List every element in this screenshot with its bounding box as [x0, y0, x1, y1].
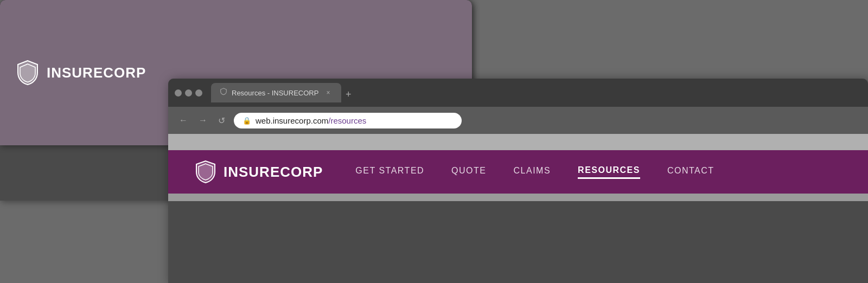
front-tab-close[interactable]: × — [326, 89, 330, 97]
front-address-box[interactable]: 🔒 web.insurecorp.com/resources — [234, 113, 462, 128]
front-nav-back-button[interactable]: ← — [177, 113, 190, 127]
spacer-bar — [168, 134, 868, 150]
back-shield-icon — [16, 60, 39, 86]
front-dot-yellow — [185, 89, 192, 97]
tab-shield-icon-front — [220, 88, 227, 98]
nav-item-get-started[interactable]: GET STARTED — [355, 166, 424, 178]
front-address-text: web.insurecorp.com/resources — [256, 116, 366, 125]
bottom-bar — [168, 194, 868, 201]
tab-bar-front: Resources - INSURECORP × + — [211, 83, 356, 102]
nav-brand-name: INSURECORP — [224, 164, 323, 181]
front-address-path: /resources — [328, 116, 366, 125]
back-insurecorp-logo: INSURECORP — [0, 60, 162, 86]
front-nav-forward-button[interactable]: → — [196, 113, 209, 127]
front-chrome-bar: Resources - INSURECORP × + — [168, 79, 868, 107]
front-new-tab-button[interactable]: + — [341, 87, 356, 102]
front-browser-window: Resources - INSURECORP × + ← → ↺ 🔒 web.i… — [168, 79, 868, 283]
traffic-lights-front — [175, 89, 202, 97]
front-tab-title: Resources - INSURECORP — [232, 89, 318, 97]
nav-logo: INSURECORP — [195, 160, 323, 184]
nav-item-claims[interactable]: CLAIMS — [514, 166, 551, 178]
nav-item-contact[interactable]: CONTACT — [667, 166, 714, 178]
tab-front[interactable]: Resources - INSURECORP × — [211, 83, 341, 102]
insurecorp-nav-bar: INSURECORP GET STARTED QUOTE CLAIMS RESO… — [168, 150, 868, 194]
nav-item-resources[interactable]: RESOURCES — [578, 165, 640, 179]
front-address-domain: web.insurecorp.com — [256, 116, 328, 125]
front-dot-red — [175, 89, 182, 97]
nav-shield-icon — [195, 160, 216, 184]
back-brand-name: INSURECORP — [47, 65, 146, 81]
front-dot-green — [195, 89, 202, 97]
front-address-bar: ← → ↺ 🔒 web.insurecorp.com/resources — [168, 107, 868, 134]
front-lock-icon: 🔒 — [242, 117, 251, 125]
nav-item-quote[interactable]: QUOTE — [451, 166, 486, 178]
nav-links: GET STARTED QUOTE CLAIMS RESOURCES CONTA… — [355, 165, 841, 179]
front-nav-reload-button[interactable]: ↺ — [216, 113, 227, 128]
